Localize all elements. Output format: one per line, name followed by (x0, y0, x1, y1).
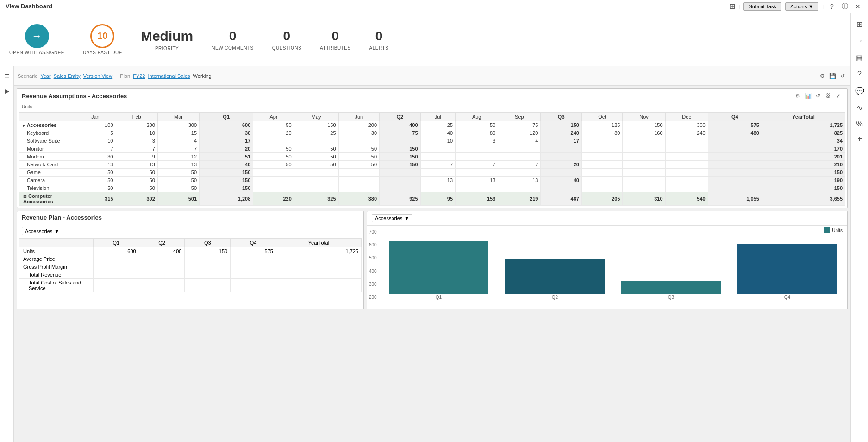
rp-clock-icon[interactable]: ⏱ (852, 133, 867, 148)
col-q4: Q4 (708, 113, 762, 121)
intl-sales-value[interactable]: International Sales (148, 73, 190, 79)
metrics-bar: → OPEN WITH ASSIGNEE 10 DAYS PAST DUE Me… (0, 13, 868, 66)
revenue-plan-panel: Revenue Plan - Accessories Accessories ▼… (17, 211, 364, 309)
bar-label-q2: Q2 (552, 295, 558, 300)
bar-q1[interactable] (389, 241, 488, 294)
revenue-assumptions-subtitle: Units (17, 103, 847, 110)
revenue-assumptions-header: Revenue Assumptions - Accessories ⚙ 📊 ↺ … (17, 89, 847, 103)
rp-col-q2: Q2 (139, 239, 185, 247)
chart-bar-Q4: Q4 (732, 244, 843, 300)
scenario-row-2: Plan FY22 International Sales Working (120, 73, 212, 79)
col-apr: Apr (253, 113, 294, 121)
fy22-value[interactable]: FY22 (133, 73, 145, 79)
link-tool-icon[interactable]: ⛓ (824, 92, 832, 100)
rp-arrow-icon[interactable]: → (852, 33, 867, 48)
col-jun: Jun (338, 113, 380, 121)
left-nav: ☰ ▶ (0, 66, 14, 442)
dropdown-chevron: ▼ (54, 228, 59, 234)
priority-label: PRIORITY (155, 46, 179, 51)
revenue-plan-title: Revenue Plan - Accessories (22, 214, 102, 221)
chart-dropdown-chevron: ▼ (404, 215, 409, 221)
chart-area: Units 700 600 500 400 300 200 Q1Q2Q3Q4 (367, 226, 847, 309)
top-bar: View Dashboard ⊞ | Submit Task Actions ▼… (0, 0, 868, 13)
col-may: May (294, 113, 338, 121)
col-q2: Q2 (380, 113, 421, 121)
bar-q2[interactable] (505, 259, 605, 294)
rp-comment-icon[interactable]: 💬 (852, 83, 867, 98)
rp-col-q4: Q4 (231, 239, 276, 247)
alerts-label: ALERTS (369, 45, 389, 51)
col-yeartotal: YearTotal (762, 113, 845, 121)
chart-y-labels: 700 600 500 400 300 200 (369, 229, 377, 300)
working-value: Working (193, 73, 212, 79)
grid-icon[interactable]: ⊞ (729, 2, 735, 11)
bottom-panels: Revenue Plan - Accessories Accessories ▼… (17, 211, 848, 309)
metric-days-past-due: 10 DAYS PAST DUE (83, 24, 122, 55)
rp-percent-icon[interactable]: % (852, 117, 867, 132)
rp-col-yeartotal: YearTotal (276, 239, 361, 247)
rp-question-icon[interactable]: ? (852, 67, 867, 82)
col-q3: Q3 (541, 113, 582, 121)
bar-q4[interactable] (737, 244, 837, 294)
rp-col-q3: Q3 (185, 239, 231, 247)
col-mar: Mar (157, 113, 199, 121)
chart-bar-Q2: Q2 (500, 259, 610, 300)
metric-open-assignee: → OPEN WITH ASSIGNEE (9, 24, 64, 55)
open-assignee-label: OPEN WITH ASSIGNEE (9, 50, 64, 55)
save-icon[interactable]: 💾 (828, 72, 837, 80)
chart-tool-icon[interactable]: 📊 (804, 92, 812, 100)
open-assignee-icon[interactable]: → (25, 24, 49, 48)
refresh-icon[interactable]: ↺ (838, 72, 847, 80)
actions-button[interactable]: Actions ▼ (785, 2, 818, 11)
col-feb: Feb (116, 113, 157, 121)
rp-grid-icon[interactable]: ⊞ (852, 17, 867, 32)
refresh-tool-icon[interactable]: ↺ (814, 92, 822, 100)
help-icon[interactable]: ? (827, 2, 837, 11)
days-past-due-label: DAYS PAST DUE (83, 50, 122, 55)
accessories-dropdown[interactable]: Accessories ▼ (22, 227, 62, 235)
scenario-toolbar: ⚙ 💾 ↺ (818, 72, 847, 80)
questions-value: 0 (283, 29, 291, 44)
rp-col-q1: Q1 (94, 239, 139, 247)
revenue-assumptions-table: Jan Feb Mar Q1 Apr May Jun Q2 Jul Aug Se… (19, 112, 845, 206)
sales-entity-value[interactable]: Sales Entity (54, 73, 81, 79)
rp-table-icon[interactable]: ▦ (852, 50, 867, 65)
info-icon[interactable]: ⓘ (840, 2, 849, 11)
bar-label-q4: Q4 (784, 295, 790, 300)
metric-attributes: 0 ATTRIBUTES (320, 29, 350, 51)
revenue-plan-table: Q1 Q2 Q3 Q4 YearTotal Units6004001505751… (19, 238, 362, 292)
bar-q3[interactable] (621, 281, 721, 294)
revenue-assumptions-panel: Revenue Assumptions - Accessories ⚙ 📊 ↺ … (17, 88, 848, 208)
expand-tool-icon[interactable]: ⤢ (834, 92, 843, 100)
new-comments-label: NEW COMMENTS (212, 45, 253, 51)
scenario-row-1: Scenario Year Sales Entity Version View (18, 73, 112, 79)
right-panel: ⊞ → ▦ ? 💬 ∿ % ⏱ (850, 13, 868, 442)
scenario-label: Scenario (18, 73, 37, 79)
metric-alerts: 0 ALERTS (369, 29, 389, 51)
attributes-label: ATTRIBUTES (320, 45, 350, 51)
window-title: View Dashboard (6, 3, 52, 10)
bar-label-q1: Q1 (436, 295, 442, 300)
chart-bar-Q1: Q1 (383, 241, 494, 300)
revenue-plan-header: Revenue Plan - Accessories (17, 211, 363, 224)
metric-new-comments: 0 NEW COMMENTS (212, 29, 253, 51)
scenario-bar: Scenario Year Sales Entity Version View … (14, 66, 850, 86)
col-jul: Jul (420, 113, 456, 121)
revenue-assumptions-title: Revenue Assumptions - Accessories (22, 93, 127, 100)
col-nov: Nov (623, 113, 665, 121)
new-comments-value: 0 (229, 29, 237, 44)
chart-bar-Q3: Q3 (616, 281, 726, 300)
year-value[interactable]: Year (40, 73, 50, 79)
chart-dropdown[interactable]: Accessories ▼ (372, 214, 412, 222)
settings-icon[interactable]: ⚙ (818, 72, 826, 80)
version-view-value[interactable]: Version View (83, 73, 112, 79)
attributes-value: 0 (332, 29, 339, 44)
rp-graph-icon[interactable]: ∿ (852, 100, 867, 115)
left-nav-arrow-icon[interactable]: ▶ (1, 85, 13, 97)
top-bar-actions: ⊞ | Submit Task Actions ▼ | ? ⓘ ✕ (729, 2, 862, 11)
close-icon[interactable]: ✕ (853, 2, 862, 11)
settings-tool-icon[interactable]: ⚙ (793, 92, 802, 100)
metric-questions: 0 QUESTIONS (272, 29, 301, 51)
submit-task-button[interactable]: Submit Task (743, 2, 781, 11)
left-nav-menu-icon[interactable]: ☰ (1, 70, 13, 82)
